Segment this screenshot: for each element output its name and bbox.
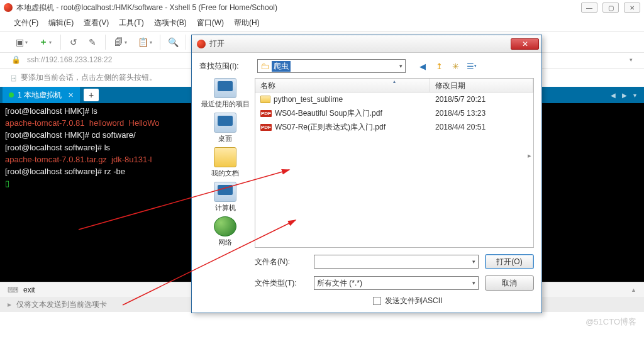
folder-icon: 🗀 [260, 61, 269, 71]
nav-newfolder-button[interactable]: ✳ [450, 60, 461, 72]
tab-close-icon[interactable]: ✕ [68, 91, 74, 99]
ascii-label: 发送文件到ASCII [385, 296, 442, 306]
add-tab-button[interactable]: + [84, 89, 99, 101]
maximize-button[interactable]: ▢ [602, 3, 619, 13]
file-list: ▴ 名称 修改日期 python_test_sublime2018/5/7 20… [255, 78, 534, 248]
file-name: WS07-Re(正则表达式)库入门.pdf [275, 122, 386, 133]
app-icon [4, 3, 13, 12]
nav-back-button[interactable]: ◀ [417, 60, 428, 72]
dialog-app-icon [197, 40, 206, 48]
place-network[interactable]: 网络 [214, 216, 236, 247]
status-icon: ▸ [8, 300, 11, 309]
copy-button[interactable]: 🗐▾ [111, 35, 131, 49]
keyboard-icon: ⌨ [8, 286, 18, 294]
window-title: 本地虚拟机 - root@localhost:/HMK/software - X… [16, 3, 581, 13]
status-dot-icon [9, 92, 14, 97]
chevron-down-icon: ▾ [399, 63, 402, 69]
file-name: python_test_sublime [274, 95, 343, 104]
places-bar: 最近使用的项目 桌面 我的文档 计算机 网络 [199, 78, 251, 248]
file-date: 2018/5/7 20:21 [430, 95, 533, 104]
lookin-value: 爬虫 [272, 61, 291, 72]
place-recent[interactable]: 最近使用的项目 [201, 78, 250, 109]
tab-nav-prev[interactable]: ◀ [611, 92, 616, 99]
folder-icon [260, 96, 270, 103]
session-tab-active[interactable]: 1 本地虚拟机 ✕ [3, 87, 80, 103]
address-dropdown-icon[interactable]: ▾ [630, 57, 633, 63]
add-button[interactable]: ＋▾ [35, 35, 55, 49]
reconnect-button[interactable]: ↺ [66, 35, 81, 49]
pdf-icon: PDF [260, 124, 272, 131]
filename-label: 文件名(N): [255, 257, 308, 267]
filetype-label: 文件类型(T): [255, 278, 308, 289]
menu-file[interactable]: 文件(F) [14, 18, 38, 28]
chevron-up-icon[interactable]: ▲ [631, 287, 636, 293]
place-desktop[interactable]: 桌面 [214, 113, 236, 143]
file-row[interactable]: PDFWS07-Re(正则表达式)库入门.pdf2018/4/4 20:51 [255, 120, 533, 134]
edit-button[interactable]: ✎ [85, 35, 100, 49]
exit-label[interactable]: exit [23, 286, 35, 294]
hint-arrow-icon[interactable]: ⍈ [11, 74, 16, 82]
window-titlebar: 本地虚拟机 - root@localhost:/HMK/software - X… [0, 0, 644, 15]
scroll-hint-icon[interactable]: ▸ [528, 152, 531, 160]
menu-tools[interactable]: 工具(T) [119, 18, 143, 28]
dialog-titlebar: 打开 ✕ [192, 35, 541, 53]
new-session-button[interactable]: ▣▾ [11, 35, 31, 49]
lookin-combo[interactable]: 🗀 爬虫 ▾ [257, 59, 406, 73]
nav-views-button[interactable]: ☰▾ [466, 60, 477, 72]
menu-tabs[interactable]: 选项卡(B) [154, 18, 187, 28]
chevron-down-icon: ▾ [472, 258, 475, 265]
menu-bar: 文件(F) 编辑(E) 查看(V) 工具(T) 选项卡(B) 窗口(W) 帮助(… [0, 15, 644, 31]
filename-input[interactable]: ▾ [314, 255, 479, 269]
chevron-down-icon: ▾ [472, 280, 475, 286]
hint-text: 要添加当前会话，点击左侧的箭头按钮。 [21, 72, 157, 83]
close-button[interactable]: ✕ [624, 3, 640, 13]
tab-nav-next[interactable]: ▶ [622, 92, 627, 99]
file-row[interactable]: python_test_sublime2018/5/7 20:21 [255, 92, 533, 106]
open-button[interactable]: 打开(O) [485, 254, 534, 269]
dialog-close-button[interactable]: ✕ [511, 38, 539, 50]
sort-indicator-icon: ▴ [393, 79, 396, 84]
status-text: 仅将文本发送到当前选项卡 [16, 299, 107, 310]
menu-edit[interactable]: 编辑(E) [48, 18, 74, 28]
tab-nav-menu[interactable]: ▾ [633, 92, 636, 99]
file-date: 2018/4/4 20:51 [430, 123, 533, 131]
paste-button[interactable]: 📋▾ [135, 35, 155, 49]
place-documents[interactable]: 我的文档 [211, 147, 239, 178]
lookin-label: 查找范围(I): [199, 61, 252, 72]
column-header-name[interactable]: 名称 [255, 79, 430, 92]
find-button[interactable]: 🔍 [165, 35, 180, 49]
filetype-combo[interactable]: 所有文件 (*.*) ▾ [314, 276, 479, 290]
file-date: 2018/4/5 13:23 [430, 109, 533, 118]
dialog-title: 打开 [209, 38, 511, 49]
nav-up-button[interactable]: ↥ [433, 60, 445, 72]
menu-window[interactable]: 窗口(W) [197, 18, 224, 28]
file-name: WS04-Beautiful Soup库入门.pdf [275, 108, 382, 119]
session-tab-label: 1 本地虚拟机 [18, 90, 62, 101]
lock-icon: 🔒 [11, 55, 21, 64]
open-file-dialog: 打开 ✕ 查找范围(I): 🗀 爬虫 ▾ ◀ ↥ ✳ ☰▾ 最近使用的项目 桌面… [191, 35, 542, 313]
ascii-checkbox[interactable] [373, 297, 381, 305]
file-row[interactable]: PDFWS04-Beautiful Soup库入门.pdf2018/4/5 13… [255, 106, 533, 120]
watermark-text: @51CTO博客 [586, 316, 636, 328]
menu-view[interactable]: 查看(V) [84, 18, 109, 28]
place-computer[interactable]: 计算机 [214, 182, 236, 213]
cancel-button[interactable]: 取消 [485, 275, 534, 291]
pdf-icon: PDF [260, 110, 272, 117]
minimize-button[interactable]: — [581, 3, 597, 13]
column-header-date[interactable]: 修改日期 [430, 79, 533, 92]
menu-help[interactable]: 帮助(H) [234, 18, 260, 28]
